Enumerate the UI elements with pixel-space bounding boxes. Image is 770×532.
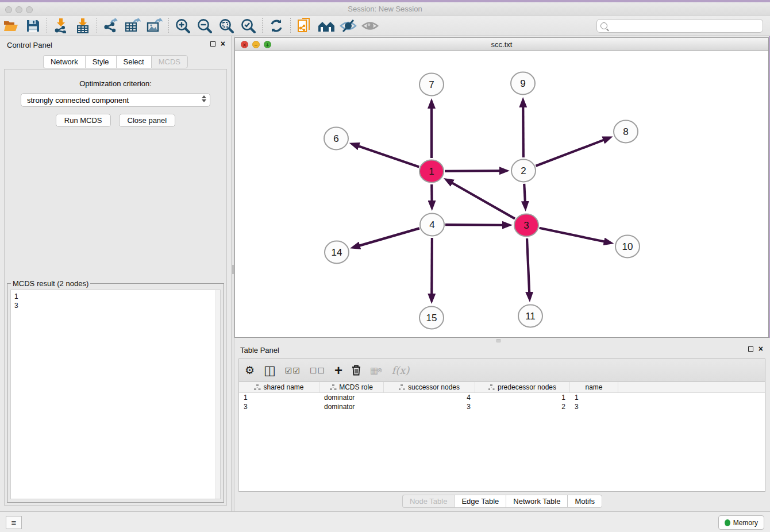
table-row[interactable]: 1 dominator 4 1 1 (239, 393, 765, 402)
zoom-fit-icon[interactable] (218, 17, 235, 34)
splitter-handle[interactable] (232, 265, 234, 274)
edge-1-2[interactable] (445, 171, 500, 171)
attribute-icon (399, 384, 405, 390)
close-table-panel-icon[interactable]: × (759, 346, 763, 352)
tab-node-table[interactable]: Node Table (402, 495, 455, 508)
column-shared-name[interactable]: shared name (239, 382, 319, 392)
edge-2-3[interactable] (524, 184, 525, 202)
select-all-checkboxes-icon[interactable]: ☑☑ (285, 366, 301, 375)
tab-motifs[interactable]: Motifs (567, 495, 602, 508)
run-mcds-button[interactable]: Run MCDS (56, 114, 111, 127)
edge-1-6[interactable] (359, 146, 419, 167)
main-toolbar (0, 16, 770, 36)
cell-mcds-role[interactable]: dominator (319, 393, 384, 402)
table-toolbar: ⚙ ◫ ☑☑ ☐☐ + ▦⊗ f(x) (239, 359, 765, 382)
cell-shared-name[interactable]: 1 (239, 393, 319, 402)
delete-column-icon[interactable] (352, 365, 361, 376)
optimization-criterion-label: Optimization criterion: (5, 79, 226, 88)
cell-name[interactable]: 1 (570, 393, 618, 402)
export-network-icon[interactable] (102, 17, 120, 34)
close-panel-icon[interactable]: × (221, 41, 225, 47)
search-box[interactable] (596, 19, 763, 33)
edge-4-3[interactable] (445, 225, 503, 225)
cell-name[interactable]: 3 (570, 402, 618, 411)
node-label-8: 8 (623, 126, 628, 137)
column-name[interactable]: name (570, 382, 618, 392)
close-panel-button[interactable]: Close panel (119, 114, 176, 127)
splitter-handle[interactable] (496, 339, 500, 342)
result-scrollbar[interactable] (215, 290, 220, 499)
tab-edge-table[interactable]: Edge Table (454, 495, 506, 508)
session-title: Session: New Session (0, 5, 770, 13)
save-session-icon[interactable] (24, 17, 41, 34)
tab-network-table[interactable]: Network Table (506, 495, 567, 508)
zoom-selected-icon[interactable] (240, 17, 257, 34)
duplicate-network-icon[interactable] (296, 17, 313, 34)
tab-network[interactable]: Network (43, 55, 85, 68)
table-container: ⚙ ◫ ☑☑ ☐☐ + ▦⊗ f(x) shared name MCDS rol… (238, 358, 765, 492)
edge-4-15[interactable] (432, 238, 432, 294)
toolbar-separator (262, 18, 263, 34)
edge-3-10[interactable] (540, 228, 605, 242)
toolbar-separator (168, 18, 169, 34)
network-window-titlebar[interactable]: × − + scc.txt (235, 38, 768, 51)
edge-3-1[interactable] (452, 183, 515, 218)
zoom-in-icon[interactable] (174, 17, 191, 34)
refresh-icon[interactable] (268, 17, 285, 34)
horizontal-splitter[interactable] (234, 338, 770, 344)
memory-button[interactable]: Memory (718, 515, 764, 530)
column-successor-nodes[interactable]: successor nodes (384, 382, 475, 392)
table-header-row[interactable]: shared name MCDS role successor nodes pr… (239, 382, 765, 393)
edge-3-11[interactable] (527, 238, 529, 292)
edge-2-9[interactable] (523, 107, 523, 157)
cell-predecessor-nodes[interactable]: 1 (475, 393, 570, 402)
criterion-select[interactable]: strongly connected component (21, 93, 210, 107)
function-builder-icon: f(x) (391, 364, 409, 376)
table-row[interactable]: 3 dominator 3 2 3 (239, 402, 765, 411)
hide-selected-icon[interactable] (340, 17, 357, 34)
show-columns-icon[interactable]: ◫ (264, 363, 276, 378)
network-canvas[interactable]: 1234678910111415 (235, 51, 768, 337)
zoom-out-icon[interactable] (196, 17, 213, 34)
table-settings-icon[interactable]: ⚙ (245, 364, 255, 377)
export-table-icon[interactable] (124, 17, 141, 34)
cell-successor-nodes[interactable]: 3 (384, 402, 475, 411)
column-predecessor-nodes[interactable]: predecessor nodes (475, 382, 570, 392)
tab-style[interactable]: Style (85, 55, 116, 68)
float-table-panel-icon[interactable] (748, 346, 753, 352)
criterion-value: strongly connected component (27, 96, 129, 105)
export-image-icon[interactable] (146, 17, 163, 34)
cell-successor-nodes[interactable]: 4 (384, 393, 475, 402)
mcds-result-list[interactable]: 1 3 (10, 290, 221, 499)
network-view-window: × − + scc.txt 1234678910111415 (234, 37, 769, 338)
tab-mcds[interactable]: MCDS (151, 55, 188, 68)
node-label-2: 2 (521, 165, 526, 176)
column-mcds-role[interactable]: MCDS role (319, 382, 384, 392)
toolbar-separator (47, 18, 47, 34)
show-all-icon[interactable] (361, 17, 379, 34)
delete-table-icon: ▦⊗ (370, 365, 382, 376)
task-history-button[interactable]: ≡ (6, 516, 22, 529)
tab-select[interactable]: Select (116, 55, 151, 68)
edge-2-8[interactable] (536, 140, 603, 166)
add-column-icon[interactable]: + (334, 365, 342, 376)
network-graph[interactable]: 1234678910111415 (235, 51, 768, 337)
table-tabs: Node Table Edge Table Network Table Moti… (234, 495, 770, 508)
toolbar-separator (290, 18, 291, 34)
cell-mcds-role[interactable]: dominator (319, 402, 384, 411)
node-table[interactable]: shared name MCDS role successor nodes pr… (239, 382, 765, 411)
deselect-all-checkboxes-icon[interactable]: ☐☐ (310, 366, 325, 375)
result-line: 3 (14, 301, 220, 310)
import-table-icon[interactable] (74, 17, 91, 34)
cell-predecessor-nodes[interactable]: 2 (475, 402, 570, 411)
first-neighbors-icon[interactable] (318, 17, 335, 34)
edge-4-14[interactable] (359, 228, 419, 245)
open-session-icon[interactable] (2, 17, 20, 34)
memory-status-icon (725, 519, 730, 526)
control-panel-title: Control Panel (7, 41, 52, 49)
import-network-icon[interactable] (52, 17, 70, 34)
table-panel: Table Panel × ⚙ ◫ ☑☑ ☐☐ + ▦⊗ f(x) shared… (234, 344, 770, 511)
cell-shared-name[interactable]: 3 (239, 402, 319, 411)
float-panel-icon[interactable] (210, 41, 215, 47)
search-input[interactable] (611, 22, 759, 30)
